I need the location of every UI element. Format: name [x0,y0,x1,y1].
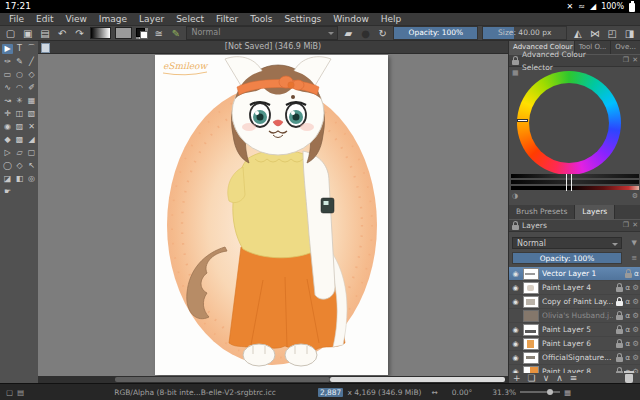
menu-tools[interactable]: Tools [244,13,278,25]
layer-opacity-slider[interactable]: Opacity: 100% [512,252,622,264]
tool-freehand-brush[interactable]: ✎ [14,57,25,67]
menu-view[interactable]: View [60,13,93,25]
layer-list-icon[interactable]: ≡ [631,254,637,262]
tool-rect-select[interactable]: ▢ [26,148,37,158]
tool-edit-shapes[interactable]: ⌒ [26,44,37,54]
tool-color-sampler[interactable]: ◉ [2,122,13,132]
menu-filter[interactable]: Filter [210,13,244,25]
redo-icon[interactable]: ↷ [73,27,86,40]
layer-props-icon[interactable]: ⚙ [632,339,639,348]
alpha-lock-icon[interactable]: α [625,311,630,320]
tab-layers[interactable]: Layers [575,205,615,219]
alpha-lock-icon[interactable]: α [625,325,630,334]
lock-icon[interactable] [616,301,623,306]
layer-row-vector-layer-1[interactable]: ◉ Vector Layer 1 α [509,267,640,281]
tool-freehand-select[interactable]: ↖ [26,161,37,171]
tool-reference-images[interactable]: ▱ [14,148,25,158]
menu-select[interactable]: Select [170,13,210,25]
tool-freehand-path[interactable]: ✐ [26,83,37,93]
delete-layer-button[interactable] [625,374,633,383]
canvas-artwork[interactable]: eSmileow [155,55,388,375]
tool-gradient[interactable]: ▧ [26,109,37,119]
hue-marker[interactable] [517,119,528,122]
lock-icon[interactable] [616,315,623,320]
lock-icon[interactable] [616,329,623,334]
layer-properties-button[interactable]: ≡ [570,373,578,383]
alpha-lock-icon[interactable]: α [625,353,630,362]
tool-polygon-select[interactable]: ◇ [14,161,25,171]
tool-line[interactable]: ╱ [26,57,37,67]
alpha-lock-icon[interactable]: α [625,283,630,292]
open-document-icon[interactable]: ▣ [21,27,34,40]
panel-lock-icon[interactable] [512,60,519,65]
shade-strip-2[interactable] [511,180,639,184]
zoom-slider[interactable] [520,391,560,393]
layer-row-paint-layer-5[interactable]: ◉ Paint Layer 5 α ⚙ [509,323,640,337]
horizontal-scrollbar[interactable] [38,376,508,383]
tool-enclose-fill[interactable]: ▩ [14,135,25,145]
close-panel-icon[interactable]: ✕ [632,219,638,232]
panel-toggle-icon[interactable]: ◨ [623,27,636,40]
fg-bg-color-swatches[interactable] [136,28,148,39]
menu-layer[interactable]: Layer [133,13,170,25]
tool-smart-patch[interactable]: ✕ [26,122,37,132]
tool-text[interactable]: T [14,44,25,54]
mirror-vertical-icon[interactable]: ⋈ [588,27,601,40]
mirror-horizontal-icon[interactable]: ◭ [571,27,584,40]
visibility-eye-icon[interactable]: ◉ [511,340,520,348]
colour-panel-header[interactable]: Advanced Colour Selector ❐ ✕ [509,54,640,67]
image-width-link[interactable]: 2,887 [318,388,343,397]
tool-measure[interactable]: ▷ [2,148,13,158]
brush-size-slider[interactable]: Size: 40.00 px [482,26,567,40]
tool-zoom[interactable]: ◎ [26,174,37,184]
layer-props-icon[interactable]: ⚙ [632,353,639,362]
tool-ellipse[interactable]: ○ [14,70,25,80]
menu-window[interactable]: Window [327,13,375,25]
tool-multibrush[interactable]: ✳ [14,96,25,106]
float-panel-icon[interactable]: ❐ [623,54,629,67]
alpha-lock-icon[interactable]: α [634,269,639,278]
brush-editor-icon[interactable]: ✎ [169,27,182,40]
tool-select-shapes[interactable]: ▶ [2,44,13,54]
tool-ellipse-select[interactable]: ◯ [2,161,13,171]
layer-props-icon[interactable]: ⚙ [632,325,639,334]
blend-mode-dropdown[interactable]: Normal [186,26,337,40]
lock-icon[interactable] [625,273,632,278]
layer-row-olivias-husband[interactable]: Olivia's Husband.j... α ⚙ [509,309,640,323]
tool-assistants[interactable]: ◢ [26,135,37,145]
tool-transform[interactable]: ▦ [26,96,37,106]
minimal-shade-icon[interactable]: ◑ [512,192,518,200]
visibility-eye-icon[interactable]: ◉ [511,298,520,306]
duplicate-layer-button[interactable]: ❏ [528,373,536,383]
pixel-grid-icon[interactable]: ▦ [564,388,571,397]
lock-icon[interactable] [616,343,623,348]
layer-row-copy-of-paint-layer[interactable]: ◉ Copy of Paint Lay... α ⚙ [509,295,640,309]
shade-strip-1[interactable] [511,174,639,178]
undo-icon[interactable]: ↶ [56,27,69,40]
tool-move[interactable]: ✛ [2,109,13,119]
menu-edit[interactable]: Edit [30,13,59,25]
menu-help[interactable]: Help [375,13,408,25]
preset-icon[interactable]: ● [359,27,372,40]
tool-polygon[interactable]: ◇ [26,70,37,80]
tool-pattern-edit[interactable]: ▨ [14,122,25,132]
selection-mode-icon[interactable]: ▢ [6,388,13,397]
layer-blend-mode-dropdown[interactable]: Normal [512,237,622,249]
alpha-lock-icon[interactable]: α [625,297,630,306]
layer-row-paint-layer-8[interactable]: ◉ Paint Layer 8 α ⚙ [509,365,640,373]
layer-props-icon[interactable]: ⚙ [632,297,639,306]
menu-image[interactable]: Image [93,13,133,25]
gradient-chooser[interactable] [90,27,111,39]
document-titlebar[interactable]: [Not Saved] (346.9 MiB) [38,41,508,54]
layer-props-icon[interactable]: ⚙ [632,283,639,292]
tab-brush-presets[interactable]: Brush Presets [509,205,575,219]
opacity-slider[interactable]: Opacity: 100% [393,26,478,40]
layer-filter-icon[interactable]: ▼ [632,239,637,247]
layer-row-official-signature[interactable]: ◉ OfficialSignature... α ⚙ [509,351,640,365]
visibility-eye-icon[interactable]: ◉ [511,326,520,334]
float-panel-icon[interactable]: ❐ [623,219,629,232]
lock-icon[interactable] [616,357,623,362]
lock-icon[interactable] [616,287,623,292]
tool-polyline[interactable]: ∿ [2,83,13,93]
smoothing-icon[interactable]: ≅ [152,27,165,40]
